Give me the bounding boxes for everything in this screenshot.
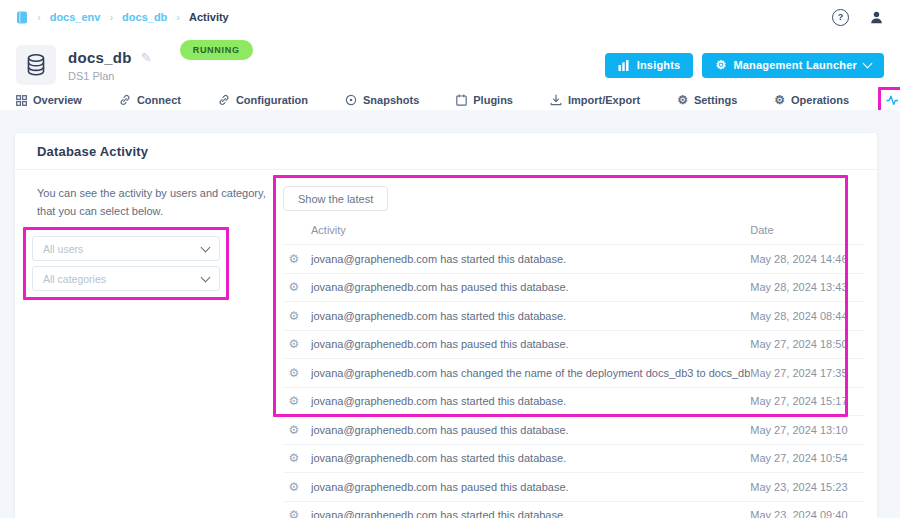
home-icon[interactable] xyxy=(16,11,28,24)
activity-date: May 27, 2024 18:50 xyxy=(750,338,864,350)
breadcrumb: › docs_env › docs_db › Activity xyxy=(16,11,229,24)
activity-message: jovana@graphenedb.com has started this d… xyxy=(311,310,750,322)
activity-message: jovana@graphenedb.com has paused this da… xyxy=(311,481,750,493)
tab-import-export[interactable]: Import/Export xyxy=(550,94,640,106)
insights-label: Insights xyxy=(637,59,681,71)
snapshot-icon xyxy=(345,94,357,106)
deployment-title: docs_db xyxy=(68,49,132,66)
title-block: docs_db ✎ DS1 Plan xyxy=(68,49,152,82)
tab-label: Operations xyxy=(791,94,849,106)
plan-label: DS1 Plan xyxy=(68,70,152,82)
users-filter-select[interactable]: All users xyxy=(32,236,220,261)
gear-icon: ⚙ xyxy=(715,59,726,71)
column-header-activity: Activity xyxy=(311,224,750,236)
calendar-icon xyxy=(456,94,467,106)
database-icon xyxy=(16,45,56,85)
tab-label: Settings xyxy=(694,94,737,106)
link-icon xyxy=(218,94,230,106)
gear-icon: ⚙ xyxy=(287,424,301,436)
table-row[interactable]: ⚙ jovana@graphenedb.com has started this… xyxy=(283,445,864,474)
categories-filter-placeholder: All categories xyxy=(43,273,106,285)
activity-message: jovana@graphenedb.com has paused this da… xyxy=(311,338,750,350)
table-row[interactable]: ⚙ jovana@graphenedb.com has started this… xyxy=(283,245,864,274)
tab-configuration[interactable]: Configuration xyxy=(218,94,308,106)
tab-plugins[interactable]: Plugins xyxy=(456,94,513,106)
management-launcher-button[interactable]: ⚙ Management Launcher xyxy=(702,53,884,78)
gear-icon: ⚙ xyxy=(287,481,301,493)
table-row[interactable]: ⚙ jovana@graphenedb.com has started this… xyxy=(283,502,864,518)
users-filter-placeholder: All users xyxy=(43,243,83,255)
table-body: ⚙ jovana@graphenedb.com has started this… xyxy=(283,245,864,518)
activity-message: jovana@graphenedb.com has paused this da… xyxy=(311,424,750,436)
column-header-date: Date xyxy=(750,224,864,236)
table-header: Activity Date xyxy=(283,224,864,245)
activity-date: May 28, 2024 08:44 xyxy=(750,310,864,322)
table-row[interactable]: ⚙ jovana@graphenedb.com has started this… xyxy=(283,388,864,417)
activity-date: May 27, 2024 10:54 xyxy=(750,452,864,464)
tab-label: Configuration xyxy=(236,94,308,106)
activity-date: May 23, 2024 15:23 xyxy=(750,481,864,493)
table-row[interactable]: ⚙ jovana@graphenedb.com has paused this … xyxy=(283,274,864,303)
management-launcher-label: Management Launcher xyxy=(733,59,857,71)
tab-settings[interactable]: ⚙ Settings xyxy=(677,94,737,106)
card-header: Database Activity xyxy=(15,133,877,170)
bar-chart-icon xyxy=(618,60,630,71)
table-row[interactable]: ⚙ jovana@graphenedb.com has paused this … xyxy=(283,473,864,502)
help-icon[interactable]: ? xyxy=(832,9,849,26)
tab-activity[interactable]: Activity xyxy=(886,94,900,106)
grid-icon xyxy=(16,95,27,106)
gear-icon: ⚙ xyxy=(287,367,301,379)
gear-icon: ⚙ xyxy=(287,253,301,265)
tab-label: Plugins xyxy=(473,94,513,106)
pencil-icon[interactable]: ✎ xyxy=(141,51,152,64)
activity-date: May 28, 2024 14:46 xyxy=(750,253,864,265)
activity-panel: Show the latest Activity Date ⚙ jovana@g… xyxy=(283,184,864,518)
activity-message: jovana@graphenedb.com has changed the na… xyxy=(311,367,750,379)
activity-message: jovana@graphenedb.com has started this d… xyxy=(311,395,750,407)
deployment-header: docs_db ✎ DS1 Plan RUNNING Insights ⚙ Ma… xyxy=(0,36,900,94)
chevron-down-icon xyxy=(201,242,211,252)
database-activity-card: Database Activity You can see the activi… xyxy=(14,132,878,518)
activity-date: May 27, 2024 15:17 xyxy=(750,395,864,407)
tab-overview[interactable]: Overview xyxy=(16,94,82,106)
tab-snapshots[interactable]: Snapshots xyxy=(345,94,419,106)
categories-filter-select[interactable]: All categories xyxy=(32,266,220,291)
table-row[interactable]: ⚙ jovana@graphenedb.com has paused this … xyxy=(283,331,864,360)
filter-intro-text: You can see the activity by users and ca… xyxy=(37,184,283,220)
breadcrumb-docs-env[interactable]: docs_env xyxy=(50,11,101,23)
tab-label: Connect xyxy=(137,94,181,106)
breadcrumb-separator: › xyxy=(109,11,113,23)
show-latest-button[interactable]: Show the latest xyxy=(283,186,388,211)
activity-message: jovana@graphenedb.com has started this d… xyxy=(311,253,750,265)
activity-date: May 23, 2024 09:40 xyxy=(750,509,864,518)
insights-button[interactable]: Insights xyxy=(605,53,694,78)
activity-date: May 28, 2024 13:43 xyxy=(750,281,864,293)
gear-icon: ⚙ xyxy=(774,94,785,106)
table-row[interactable]: ⚙ jovana@graphenedb.com has paused this … xyxy=(283,416,864,445)
pulse-icon xyxy=(886,95,899,106)
gear-icon: ⚙ xyxy=(677,94,688,106)
breadcrumb-separator: › xyxy=(37,11,41,23)
table-row[interactable]: ⚙ jovana@graphenedb.com has changed the … xyxy=(283,359,864,388)
tab-operations[interactable]: ⚙ Operations xyxy=(774,94,849,106)
gear-icon: ⚙ xyxy=(287,395,301,407)
status-badge: RUNNING xyxy=(180,40,253,60)
chevron-down-icon xyxy=(863,59,873,69)
page: › docs_env › docs_db › Activity ? docs_d… xyxy=(0,0,900,518)
table-row[interactable]: ⚙ jovana@graphenedb.com has started this… xyxy=(283,302,864,331)
tab-label: Snapshots xyxy=(363,94,419,106)
tab-connect[interactable]: Connect xyxy=(119,94,181,106)
activity-date: May 27, 2024 13:10 xyxy=(750,424,864,436)
gear-icon: ⚙ xyxy=(287,281,301,293)
activity-date: May 27, 2024 17:35 xyxy=(750,367,864,379)
activity-message: jovana@graphenedb.com has started this d… xyxy=(311,452,750,464)
gear-icon: ⚙ xyxy=(287,509,301,518)
activity-message: jovana@graphenedb.com has started this d… xyxy=(311,509,750,518)
breadcrumb-docs-db[interactable]: docs_db xyxy=(122,11,167,23)
annotation-box-filters: All users All categories xyxy=(23,227,229,300)
breadcrumb-separator: › xyxy=(176,11,180,23)
user-icon[interactable] xyxy=(869,10,884,25)
link-icon xyxy=(119,94,131,106)
gear-icon: ⚙ xyxy=(287,338,301,350)
section-title: Database Activity xyxy=(37,144,148,159)
